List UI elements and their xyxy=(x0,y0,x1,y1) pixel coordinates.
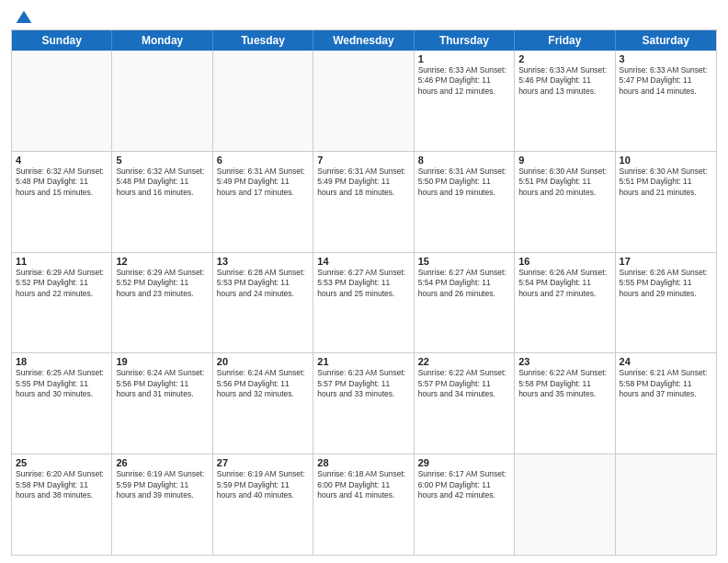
day-cell-2: 2Sunrise: 6:33 AM Sunset: 5:46 PM Daylig… xyxy=(515,51,615,151)
weekday-header-monday: Monday xyxy=(112,30,212,51)
day-info: Sunrise: 6:24 AM Sunset: 5:56 PM Dayligh… xyxy=(217,368,309,399)
day-info: Sunrise: 6:29 AM Sunset: 5:52 PM Dayligh… xyxy=(116,268,208,299)
day-cell-8: 8Sunrise: 6:31 AM Sunset: 5:50 PM Daylig… xyxy=(415,152,515,252)
day-number: 13 xyxy=(217,256,309,267)
weekday-header-saturday: Saturday xyxy=(616,30,716,51)
day-info: Sunrise: 6:32 AM Sunset: 5:48 PM Dayligh… xyxy=(16,167,108,198)
calendar-row-3: 18Sunrise: 6:25 AM Sunset: 5:55 PM Dayli… xyxy=(12,352,716,454)
day-number: 16 xyxy=(518,256,610,267)
day-number: 19 xyxy=(116,356,208,367)
day-number: 7 xyxy=(317,155,409,166)
day-cell-27: 27Sunrise: 6:19 AM Sunset: 5:59 PM Dayli… xyxy=(213,454,313,555)
day-number: 14 xyxy=(317,256,409,267)
day-number: 4 xyxy=(16,155,108,166)
day-cell-7: 7Sunrise: 6:31 AM Sunset: 5:49 PM Daylig… xyxy=(313,152,414,252)
weekday-header-sunday: Sunday xyxy=(12,30,112,51)
day-cell-14: 14Sunrise: 6:27 AM Sunset: 5:53 PM Dayli… xyxy=(313,253,414,353)
day-info: Sunrise: 6:29 AM Sunset: 5:52 PM Dayligh… xyxy=(16,268,108,299)
day-number: 22 xyxy=(418,356,510,367)
empty-cell xyxy=(616,454,716,555)
day-cell-15: 15Sunrise: 6:27 AM Sunset: 5:54 PM Dayli… xyxy=(415,253,515,353)
day-cell-9: 9Sunrise: 6:30 AM Sunset: 5:51 PM Daylig… xyxy=(515,152,615,252)
day-cell-25: 25Sunrise: 6:20 AM Sunset: 5:58 PM Dayli… xyxy=(12,454,112,555)
day-info: Sunrise: 6:24 AM Sunset: 5:56 PM Dayligh… xyxy=(116,368,208,399)
day-info: Sunrise: 6:21 AM Sunset: 5:58 PM Dayligh… xyxy=(620,368,712,399)
weekday-header-wednesday: Wednesday xyxy=(313,30,414,51)
day-cell-5: 5Sunrise: 6:32 AM Sunset: 5:48 PM Daylig… xyxy=(112,152,212,252)
empty-cell xyxy=(213,51,313,151)
day-info: Sunrise: 6:33 AM Sunset: 5:46 PM Dayligh… xyxy=(418,65,510,97)
day-info: Sunrise: 6:19 AM Sunset: 5:59 PM Dayligh… xyxy=(116,469,208,500)
day-info: Sunrise: 6:26 AM Sunset: 5:55 PM Dayligh… xyxy=(620,268,712,299)
day-number: 29 xyxy=(418,457,510,468)
day-cell-18: 18Sunrise: 6:25 AM Sunset: 5:55 PM Dayli… xyxy=(12,353,112,454)
day-info: Sunrise: 6:31 AM Sunset: 5:49 PM Dayligh… xyxy=(317,167,409,198)
day-info: Sunrise: 6:30 AM Sunset: 5:51 PM Dayligh… xyxy=(620,167,712,198)
calendar-row-2: 11Sunrise: 6:29 AM Sunset: 5:52 PM Dayli… xyxy=(12,252,716,353)
day-number: 15 xyxy=(418,256,510,267)
day-number: 12 xyxy=(116,256,208,267)
calendar-body: 1Sunrise: 6:33 AM Sunset: 5:46 PM Daylig… xyxy=(12,51,716,555)
day-info: Sunrise: 6:17 AM Sunset: 6:00 PM Dayligh… xyxy=(418,469,510,500)
day-cell-28: 28Sunrise: 6:18 AM Sunset: 6:00 PM Dayli… xyxy=(313,454,414,555)
day-number: 17 xyxy=(620,256,712,267)
day-cell-24: 24Sunrise: 6:21 AM Sunset: 5:58 PM Dayli… xyxy=(616,353,716,454)
day-number: 18 xyxy=(16,356,108,367)
day-info: Sunrise: 6:28 AM Sunset: 5:53 PM Dayligh… xyxy=(217,268,309,299)
day-info: Sunrise: 6:27 AM Sunset: 5:53 PM Dayligh… xyxy=(317,268,409,299)
day-info: Sunrise: 6:33 AM Sunset: 5:46 PM Dayligh… xyxy=(518,65,610,97)
day-info: Sunrise: 6:30 AM Sunset: 5:51 PM Dayligh… xyxy=(518,167,610,198)
day-number: 24 xyxy=(620,356,712,367)
day-number: 20 xyxy=(217,356,309,367)
day-cell-11: 11Sunrise: 6:29 AM Sunset: 5:52 PM Dayli… xyxy=(12,253,112,353)
day-number: 21 xyxy=(317,356,409,367)
day-cell-17: 17Sunrise: 6:26 AM Sunset: 5:55 PM Dayli… xyxy=(616,253,716,353)
header xyxy=(11,9,717,24)
empty-cell xyxy=(515,454,615,555)
day-number: 8 xyxy=(418,155,510,166)
day-number: 2 xyxy=(518,53,610,64)
day-info: Sunrise: 6:26 AM Sunset: 5:54 PM Dayligh… xyxy=(518,268,610,299)
day-number: 26 xyxy=(116,457,208,468)
day-number: 1 xyxy=(418,53,510,64)
day-info: Sunrise: 6:22 AM Sunset: 5:57 PM Dayligh… xyxy=(418,368,510,399)
day-info: Sunrise: 6:20 AM Sunset: 5:58 PM Dayligh… xyxy=(16,469,108,500)
day-info: Sunrise: 6:31 AM Sunset: 5:49 PM Dayligh… xyxy=(217,167,309,198)
day-cell-23: 23Sunrise: 6:22 AM Sunset: 5:58 PM Dayli… xyxy=(515,353,615,454)
logo-icon xyxy=(15,9,33,28)
day-info: Sunrise: 6:32 AM Sunset: 5:48 PM Dayligh… xyxy=(116,167,208,198)
weekday-header-thursday: Thursday xyxy=(415,30,515,51)
day-info: Sunrise: 6:25 AM Sunset: 5:55 PM Dayligh… xyxy=(16,368,108,399)
day-info: Sunrise: 6:33 AM Sunset: 5:47 PM Dayligh… xyxy=(620,65,712,97)
day-info: Sunrise: 6:22 AM Sunset: 5:58 PM Dayligh… xyxy=(518,368,610,399)
day-cell-20: 20Sunrise: 6:24 AM Sunset: 5:56 PM Dayli… xyxy=(213,353,313,454)
day-number: 28 xyxy=(317,457,409,468)
day-info: Sunrise: 6:19 AM Sunset: 5:59 PM Dayligh… xyxy=(217,469,309,500)
day-cell-29: 29Sunrise: 6:17 AM Sunset: 6:00 PM Dayli… xyxy=(415,454,515,555)
day-cell-22: 22Sunrise: 6:22 AM Sunset: 5:57 PM Dayli… xyxy=(415,353,515,454)
empty-cell xyxy=(112,51,212,151)
day-info: Sunrise: 6:31 AM Sunset: 5:50 PM Dayligh… xyxy=(418,167,510,198)
day-number: 6 xyxy=(217,155,309,166)
day-cell-4: 4Sunrise: 6:32 AM Sunset: 5:48 PM Daylig… xyxy=(12,152,112,252)
weekday-header-friday: Friday xyxy=(515,30,615,51)
calendar: SundayMondayTuesdayWednesdayThursdayFrid… xyxy=(11,29,717,556)
day-cell-13: 13Sunrise: 6:28 AM Sunset: 5:53 PM Dayli… xyxy=(213,253,313,353)
day-cell-19: 19Sunrise: 6:24 AM Sunset: 5:56 PM Dayli… xyxy=(112,353,212,454)
calendar-row-0: 1Sunrise: 6:33 AM Sunset: 5:46 PM Daylig… xyxy=(12,51,716,151)
svg-marker-0 xyxy=(17,11,32,23)
day-cell-10: 10Sunrise: 6:30 AM Sunset: 5:51 PM Dayli… xyxy=(616,152,716,252)
day-cell-26: 26Sunrise: 6:19 AM Sunset: 5:59 PM Dayli… xyxy=(112,454,212,555)
day-number: 27 xyxy=(217,457,309,468)
day-cell-6: 6Sunrise: 6:31 AM Sunset: 5:49 PM Daylig… xyxy=(213,152,313,252)
day-number: 5 xyxy=(116,155,208,166)
day-number: 11 xyxy=(16,256,108,267)
day-cell-12: 12Sunrise: 6:29 AM Sunset: 5:52 PM Dayli… xyxy=(112,253,212,353)
day-cell-21: 21Sunrise: 6:23 AM Sunset: 5:57 PM Dayli… xyxy=(313,353,414,454)
day-number: 3 xyxy=(620,53,712,64)
day-number: 23 xyxy=(518,356,610,367)
day-info: Sunrise: 6:18 AM Sunset: 6:00 PM Dayligh… xyxy=(317,469,409,500)
calendar-header: SundayMondayTuesdayWednesdayThursdayFrid… xyxy=(12,30,716,51)
day-info: Sunrise: 6:27 AM Sunset: 5:54 PM Dayligh… xyxy=(418,268,510,299)
day-cell-16: 16Sunrise: 6:26 AM Sunset: 5:54 PM Dayli… xyxy=(515,253,615,353)
